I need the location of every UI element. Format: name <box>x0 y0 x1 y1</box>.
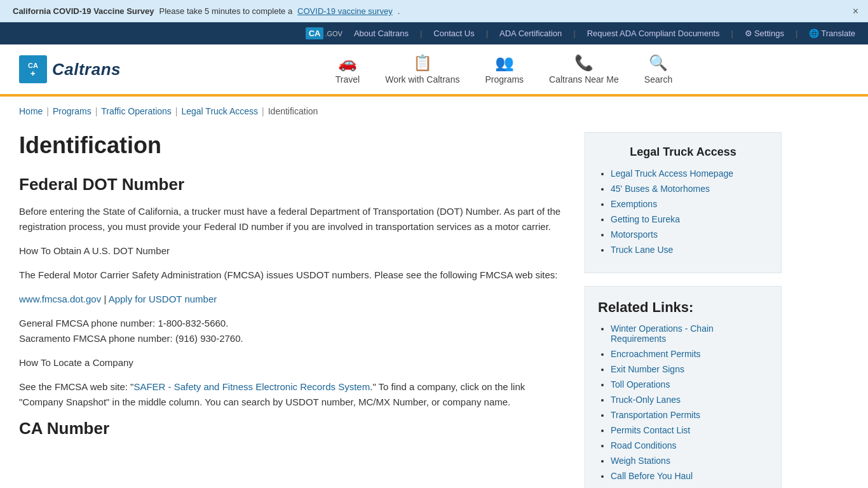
list-item: 45' Buses & Motorhomes <box>611 184 768 194</box>
link-homepage[interactable]: Legal Truck Access Homepage <box>611 168 733 179</box>
list-item: Toll Operations <box>611 379 768 390</box>
link-call-before-haul[interactable]: Call Before You Haul <box>611 471 693 481</box>
safer-paragraph: See the FMCSA web site: "SAFER - Safety … <box>19 379 566 410</box>
nav-work-with-caltrans[interactable]: 📋 Work with Caltrans <box>385 51 459 88</box>
nav-travel[interactable]: 🚗 Travel <box>336 51 360 88</box>
top-nav-about[interactable]: About Caltrans <box>354 29 409 38</box>
nav-programs[interactable]: 👥 Programs <box>485 51 524 88</box>
breadcrumb-legal-truck[interactable]: Legal Truck Access <box>181 106 258 116</box>
link-exit-number-signs[interactable]: Exit Number Signs <box>611 364 684 374</box>
caltrans-logo: CA ✚ Caltrans <box>19 55 159 83</box>
translate-icon <box>809 29 821 38</box>
svg-text:✚: ✚ <box>31 71 36 77</box>
list-item: Call Before You Haul <box>611 471 768 481</box>
list-item: Truck Lane Use <box>611 245 768 255</box>
list-item: Legal Truck Access Homepage <box>611 168 768 179</box>
top-nav-ada-docs[interactable]: Request ADA Compliant Documents <box>587 29 720 38</box>
org-chart-icon: 👥 <box>495 54 514 72</box>
section-heading-dot: Federal DOT Number <box>19 175 566 194</box>
covid-banner-text: Please take 5 minutes to complete a <box>159 6 293 16</box>
gov-text: .GOV <box>325 30 342 37</box>
link-truck-lane-use[interactable]: Truck Lane Use <box>611 245 673 255</box>
settings-icon <box>745 29 754 38</box>
contact-line-2: Sacramento FMCSA phone number: (916) 930… <box>19 333 243 344</box>
car-icon: 🚗 <box>338 54 357 72</box>
link-exemptions[interactable]: Exemptions <box>611 199 657 209</box>
nav-search[interactable]: 🔍 Search <box>644 51 672 88</box>
nav-travel-label: Travel <box>336 74 360 85</box>
top-nav-translate[interactable]: Translate <box>809 29 855 38</box>
covid-banner-bold: California COVID-19 Vaccine Survey <box>13 6 154 16</box>
list-item: Road Conditions <box>611 440 768 451</box>
related-links-box: Related Links: Winter Operations - Chain… <box>585 286 782 488</box>
list-item: Truck-Only Lanes <box>611 395 768 405</box>
nav-work-label: Work with Caltrans <box>385 74 459 85</box>
breadcrumb: Home | Programs | Traffic Operations | L… <box>0 97 868 126</box>
top-nav-ada-cert[interactable]: ADA Certification <box>499 29 562 38</box>
link-getting-to-eureka[interactable]: Getting to Eureka <box>611 214 680 224</box>
link-road-conditions[interactable]: Road Conditions <box>611 440 677 451</box>
apply-usdot-link[interactable]: Apply for USDOT number <box>109 294 217 304</box>
ca-square: CA <box>306 27 324 39</box>
cagov-logo: CA .GOV <box>306 27 342 39</box>
list-item: Motorsports <box>611 229 768 240</box>
link-weigh-stations[interactable]: Weigh Stations <box>611 456 670 466</box>
caltrans-wordmark: Caltrans <box>52 60 121 79</box>
top-navigation: CA .GOV About Caltrans | Contact Us | AD… <box>0 22 868 44</box>
link-buses-motorhomes[interactable]: 45' Buses & Motorhomes <box>611 184 710 194</box>
link-encroachment-permits[interactable]: Encroachment Permits <box>611 349 701 359</box>
link-toll-operations[interactable]: Toll Operations <box>611 379 670 390</box>
sidebar: Legal Truck Access Legal Truck Access Ho… <box>585 132 782 488</box>
related-links-list: Winter Operations - Chain Requirements E… <box>598 323 768 481</box>
page-title: Identification <box>19 132 566 159</box>
breadcrumb-home[interactable]: Home <box>19 106 43 116</box>
covid-banner: California COVID-19 Vaccine Survey Pleas… <box>0 0 868 22</box>
nav-caltrans-near-me[interactable]: 📞 Caltrans Near Me <box>549 51 619 88</box>
top-nav-settings[interactable]: Settings <box>745 29 784 38</box>
content-wrapper: Identification Federal DOT Number Before… <box>0 126 868 488</box>
link-winter-ops[interactable]: Winter Operations - Chain Requirements <box>611 323 714 344</box>
section-para-1: Before entering the State of California,… <box>19 204 566 234</box>
covid-period: . <box>398 6 400 16</box>
link-motorsports[interactable]: Motorsports <box>611 229 658 240</box>
breadcrumb-current: Identification <box>268 106 318 116</box>
legal-truck-access-box: Legal Truck Access Legal Truck Access Ho… <box>585 132 782 273</box>
list-item: Weigh Stations <box>611 456 768 466</box>
nav-search-label: Search <box>644 74 672 85</box>
breadcrumb-traffic-ops[interactable]: Traffic Operations <box>101 106 172 116</box>
list-item: Winter Operations - Chain Requirements <box>611 323 768 344</box>
main-content: Identification Federal DOT Number Before… <box>19 132 566 488</box>
list-item: Permits Contact List <box>611 425 768 435</box>
fmcsa-links-line: www.fmcsa.dot.gov | Apply for USDOT numb… <box>19 292 566 307</box>
top-nav-contact[interactable]: Contact Us <box>433 29 474 38</box>
breadcrumb-programs[interactable]: Programs <box>53 106 92 116</box>
main-navigation: 🚗 Travel 📋 Work with Caltrans 👥 Programs… <box>159 51 849 88</box>
section-para-fmcsa: The Federal Motor Carrier Safety Adminis… <box>19 268 566 283</box>
safer-prefix: See the FMCSA web site: " <box>19 381 133 392</box>
caltrans-shield: CA ✚ <box>19 55 47 83</box>
link-permits-contact-list[interactable]: Permits Contact List <box>611 425 690 435</box>
search-icon: 🔍 <box>649 54 668 72</box>
link-transportation-permits[interactable]: Transportation Permits <box>611 410 700 420</box>
related-links-title: Related Links: <box>598 299 768 316</box>
phone-icon: 📞 <box>574 54 593 72</box>
list-item: Exit Number Signs <box>611 364 768 374</box>
covid-survey-link[interactable]: COVID-19 vaccine survey <box>297 6 393 16</box>
ca-number-heading: CA Number <box>19 419 566 438</box>
legal-truck-access-list: Legal Truck Access Homepage 45' Buses & … <box>598 168 768 255</box>
list-item: Getting to Eureka <box>611 214 768 224</box>
link-truck-only-lanes[interactable]: Truck-Only Lanes <box>611 395 681 405</box>
covid-close-button[interactable]: × <box>853 6 858 17</box>
legal-truck-access-title: Legal Truck Access <box>598 146 768 159</box>
locate-company-text: How To Locate a Company <box>19 355 566 370</box>
nav-near-me-label: Caltrans Near Me <box>549 74 619 85</box>
svg-rect-0 <box>19 55 47 83</box>
section-para-how-to: How To Obtain A U.S. DOT Number <box>19 243 566 259</box>
fmcsa-dot-gov-link[interactable]: www.fmcsa.dot.gov <box>19 294 101 304</box>
site-header: CA ✚ Caltrans 🚗 Travel 📋 Work with Caltr… <box>0 44 868 97</box>
logo-area: CA ✚ Caltrans <box>19 55 159 83</box>
contact-lines: General FMCSA phone number: 1-800-832-56… <box>19 316 566 346</box>
safer-link[interactable]: SAFER - Safety and Fitness Electronic Re… <box>133 381 370 392</box>
document-icon: 📋 <box>413 54 432 72</box>
contact-line-1: General FMCSA phone number: 1-800-832-56… <box>19 318 228 329</box>
